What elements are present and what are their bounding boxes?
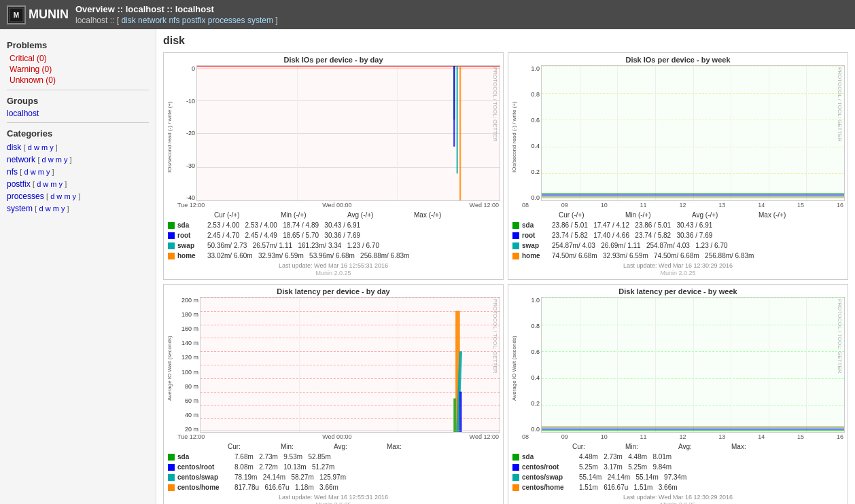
cat-disk-d[interactable]: d xyxy=(28,143,32,151)
cat-network-link[interactable]: network xyxy=(7,155,35,164)
cat-disk-link[interactable]: disk xyxy=(7,143,21,152)
x-labels-1: Tue 12:00 Wed 00:00 Wed 12:00 xyxy=(176,202,500,209)
legend-color-sda-1 xyxy=(168,222,175,229)
legend-color-centos-swap-4 xyxy=(512,474,519,481)
x-labels-4: 08 09 10 11 12 13 14 15 16 xyxy=(521,433,845,440)
logo-text: MUNIN xyxy=(29,7,69,22)
cat-disk: disk [ d w m y ] xyxy=(7,141,149,154)
legend-row-centos-swap-3: centos/swap 78.19m 24.14m 58.27m 125.97m xyxy=(168,472,499,482)
cat-postfix-y[interactable]: y xyxy=(59,180,63,188)
legend-color-home-1 xyxy=(168,253,175,259)
chart-plot-2[interactable]: PROTOCOL / TOOL: GETTER xyxy=(541,65,845,201)
cat-disk-w[interactable]: w xyxy=(34,143,39,151)
cat-disk-m[interactable]: m xyxy=(41,143,48,151)
cat-postfix-d[interactable]: d xyxy=(37,180,41,188)
cat-postfix-m[interactable]: m xyxy=(50,180,56,188)
chart-plot-1[interactable]: PROTOCOL / TOOL: GETTER xyxy=(196,65,500,201)
charts-grid: Disk IOs per device - by day IOs/second … xyxy=(163,52,848,504)
cat-system-w[interactable]: w xyxy=(46,204,51,213)
cat-nfs-w[interactable]: w xyxy=(31,168,36,176)
legend-row-home-1: home 33.02m/ 6.60m 32.93m/ 6.59m 53.96m/… xyxy=(168,251,499,261)
warning-link[interactable]: Warning (0) xyxy=(10,65,52,74)
critical-link[interactable]: Critical (0) xyxy=(10,54,47,63)
cat-system-link[interactable]: system xyxy=(7,204,33,213)
chart-plot-3[interactable]: PROTOCOL / TOOL: GETTER xyxy=(200,297,500,433)
cat-disk-y[interactable]: y xyxy=(50,143,54,151)
cat-postfix-links: [ d w m y ] xyxy=(33,180,67,188)
unknown-item: Unknown (0) xyxy=(7,75,149,86)
cat-system-y[interactable]: y xyxy=(61,204,65,213)
cat-network-y[interactable]: y xyxy=(64,156,68,164)
chart-plot-4[interactable]: PROTOCOL / TOOL: GETTER xyxy=(541,297,845,433)
legend-row-sda-3: sda 7.68m 2.73m 9.53m 52.85m xyxy=(168,452,499,462)
munin-ver-1: Munin 2.0.25 xyxy=(167,270,500,276)
header: M MUNIN Overview :: localhost :: localho… xyxy=(0,0,855,29)
protocol-label-2: PROTOCOL / TOOL: GETTER xyxy=(835,66,844,143)
sidebar: Problems Critical (0) Warning (0) Unknow… xyxy=(0,29,156,504)
nav-postfix[interactable]: postfix xyxy=(182,16,206,25)
munin-ver-4: Munin 2.0.25 xyxy=(511,501,845,504)
legend-row-centos-swap-4: centos/swap 55.14m 24.14m 55.14m 97.34m xyxy=(512,472,843,482)
chart-svg-2 xyxy=(542,66,844,200)
cat-network: network [ d w m y ] xyxy=(7,154,149,166)
cat-processes-w[interactable]: w xyxy=(56,192,62,200)
legend-row-swap-2: swap 254.87m/ 4.03 26.69m/ 1.11 254.87m/… xyxy=(512,240,843,251)
cat-postfix-w[interactable]: w xyxy=(43,180,48,188)
cat-nfs-m[interactable]: m xyxy=(38,168,44,176)
unknown-link[interactable]: Unknown (0) xyxy=(10,75,56,85)
main-content: disk Disk IOs per device - by day IOs/se… xyxy=(156,29,855,504)
y-label-3: Average IO Wait (seconds) xyxy=(167,297,176,440)
warning-item: Warning (0) xyxy=(7,64,149,75)
header-nav: localhost :: [ disk network nfs postfix … xyxy=(75,16,278,25)
divider-2 xyxy=(7,122,149,123)
chart-title-1: Disk IOs per device - by day xyxy=(167,56,500,64)
cat-nfs-y[interactable]: y xyxy=(46,168,50,176)
chart-title-2: Disk IOs per device - by week xyxy=(511,56,845,64)
cat-system-m[interactable]: m xyxy=(53,204,59,213)
cat-system: system [ d w m y ] xyxy=(7,202,149,215)
cat-system-d[interactable]: d xyxy=(39,204,43,213)
legend-row-root-2: root 23.74 / 5.82 17.40 / 4.66 23.74 / 5… xyxy=(512,230,843,240)
cat-network-d[interactable]: d xyxy=(42,156,46,164)
cat-network-m[interactable]: m xyxy=(56,156,62,164)
cat-processes-m[interactable]: m xyxy=(64,192,70,200)
cat-processes-links: [ d w m y ] xyxy=(46,192,80,200)
nav-processes[interactable]: processes xyxy=(208,16,245,25)
legend-row-sda-2: sda 23.86 / 5.01 17.47 / 4.12 23.86 / 5.… xyxy=(512,220,843,230)
chart-legend-1: Cur (-/+) Min (-/+) Avg (-/+) Max (-/+) … xyxy=(167,211,500,261)
cat-processes-link[interactable]: processes xyxy=(7,192,44,201)
cat-network-w[interactable]: w xyxy=(48,156,54,164)
chart-svg-1 xyxy=(197,66,500,200)
chart-title-4: Disk latency per device - by week xyxy=(511,287,845,295)
cat-processes-d[interactable]: d xyxy=(50,192,54,200)
legend-row-root-1: root 2.45 / 4.70 2.45 / 4.49 18.65 / 5.7… xyxy=(168,230,499,240)
legend-color-root-2 xyxy=(512,232,519,239)
nav-system[interactable]: system xyxy=(247,16,273,25)
legend-color-centos-root-3 xyxy=(168,464,175,471)
cat-nfs-d[interactable]: d xyxy=(24,168,28,176)
critical-item: Critical (0) xyxy=(7,53,149,64)
chart-footer-2: Last update: Wed Mar 16 12:30:29 2016 xyxy=(511,262,845,269)
group-localhost: localhost xyxy=(7,109,149,118)
legend-color-sda-4 xyxy=(512,454,519,461)
cat-postfix-link[interactable]: postfix xyxy=(7,179,31,189)
cat-nfs-link[interactable]: nfs xyxy=(7,167,18,177)
nav-disk[interactable]: disk xyxy=(121,16,135,25)
cat-system-links: [ d w m y ] xyxy=(35,204,69,213)
group-localhost-link[interactable]: localhost xyxy=(7,109,39,118)
legend-row-centos-home-4: centos/home 1.51m 616.67u 1.51m 3.66m xyxy=(512,482,843,492)
munin-ver-2: Munin 2.0.25 xyxy=(511,270,845,276)
legend-row-sda-1: sda 2.53 / 4.00 2.53 / 4.00 18.74 / 4.89… xyxy=(168,220,499,230)
legend-color-swap-1 xyxy=(168,242,175,249)
cat-processes: processes [ d w m y ] xyxy=(7,190,149,202)
protocol-label-1: PROTOCOL / TOOL: GETTER xyxy=(491,66,500,143)
protocol-label-3: PROTOCOL / TOOL: GETTER xyxy=(491,298,500,375)
nav-network[interactable]: network xyxy=(138,16,167,25)
logo-icon: M xyxy=(7,5,26,24)
legend-color-home-2 xyxy=(512,253,519,259)
chart-legend-4: Cur: Min: Avg: Max: sda 4.48m 2.73m 4.48… xyxy=(511,443,845,492)
cat-processes-y[interactable]: y xyxy=(73,192,77,200)
nav-nfs[interactable]: nfs xyxy=(169,16,179,25)
chart-legend-3: Cur: Min: Avg: Max: sda 7.68m 2.73m 9.53… xyxy=(167,443,500,492)
legend-row-centos-root-3: centos/root 8.08m 2.72m 10.13m 51.27m xyxy=(168,462,499,472)
